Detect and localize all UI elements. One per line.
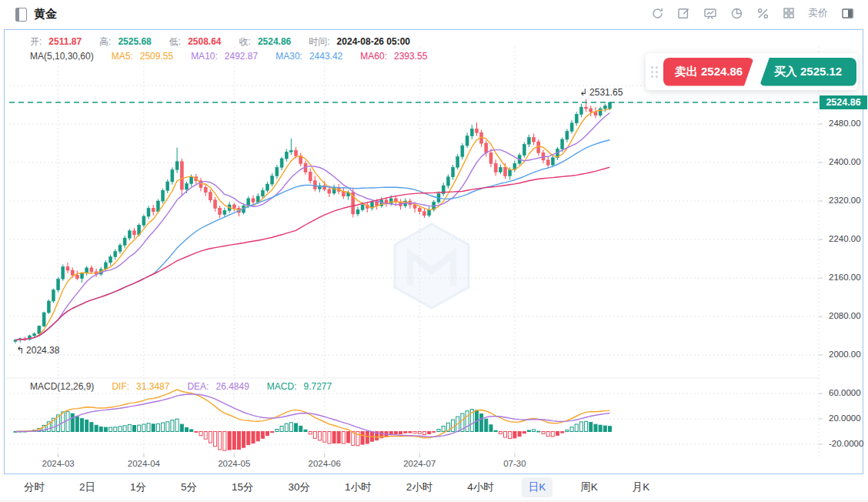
macd-bar: [252, 432, 255, 443]
macd-bar: [404, 432, 407, 433]
candle: [47, 301, 50, 313]
ma-title: MA(5,10,30,60): [30, 51, 94, 62]
candle: [527, 138, 530, 145]
candle: [423, 212, 426, 216]
tab-1hour[interactable]: 1小时: [338, 477, 379, 497]
macd-bar: [295, 423, 298, 432]
panel-toggle-icon[interactable]: [841, 7, 854, 20]
macd-bar: [185, 428, 189, 432]
macd-bar: [589, 423, 593, 432]
macd-bar: [537, 431, 540, 432]
macd-title: MACD(12,26,9): [30, 381, 94, 392]
candle: [328, 189, 331, 193]
tab-4hour[interactable]: 4小时: [460, 477, 501, 497]
candle: [418, 208, 421, 211]
pie-chart-icon[interactable]: [730, 7, 743, 20]
drag-handle[interactable]: [649, 63, 659, 80]
price-axis-label: 2320.00: [829, 196, 861, 205]
macd-bar: [556, 432, 559, 436]
tab-5min[interactable]: 5分: [174, 477, 204, 497]
time-axis-label: 2024-05: [218, 459, 250, 468]
macd-bar: [152, 424, 155, 432]
open-value: 2511.87: [48, 36, 82, 47]
interval-tab-bar: 分时2日1分5分15分30分1小时2小时4小时日K周K月K: [0, 474, 868, 501]
macd-value-label: MACD:: [267, 381, 297, 392]
macd-bar: [219, 432, 222, 450]
candle: [461, 146, 464, 156]
candle: [90, 268, 93, 272]
tab-1min[interactable]: 1分: [123, 477, 153, 497]
candle: [214, 200, 217, 209]
buy-button[interactable]: 买入 2525.12: [760, 58, 856, 86]
candle: [185, 184, 189, 190]
candle: [114, 252, 117, 257]
dea-value: 26.4849: [215, 381, 249, 392]
tab-15min[interactable]: 15分: [225, 477, 261, 497]
sell-button[interactable]: 卖出 2524.86: [663, 58, 754, 86]
sell-price-toggle[interactable]: 卖价: [808, 6, 828, 20]
macd-bar: [532, 430, 536, 432]
chart-board-icon[interactable]: [703, 7, 717, 20]
candle: [252, 199, 255, 202]
refresh-icon[interactable]: [651, 7, 664, 20]
time-value: 2024-08-26 05:00: [337, 36, 410, 47]
candle: [546, 160, 549, 165]
macd-bar: [366, 432, 369, 444]
macd-bar: [418, 432, 421, 434]
high-value: 2525.68: [118, 36, 151, 47]
macd-bar: [603, 426, 606, 431]
macd-bar: [575, 424, 578, 432]
macd-bar: [499, 432, 502, 434]
candle: [522, 144, 526, 155]
candle: [476, 129, 479, 132]
macd-bar: [223, 432, 226, 451]
macd-bar: [342, 432, 345, 444]
tab-2day[interactable]: 2日: [72, 477, 102, 497]
tab-30min[interactable]: 30分: [282, 477, 318, 497]
price-axis-label: 2480.00: [829, 119, 861, 128]
grid-layout-icon[interactable]: [783, 7, 795, 19]
macd-bar: [138, 425, 141, 431]
candle: [109, 257, 112, 263]
candle: [232, 205, 235, 208]
low-arrow-icon: ↰: [16, 345, 24, 356]
macd-bar: [527, 430, 530, 432]
macd-bar: [280, 427, 283, 432]
candle: [162, 190, 165, 201]
tab-time-share[interactable]: 分时: [17, 477, 52, 497]
macd-bar: [332, 432, 336, 443]
macd-bar: [504, 432, 507, 438]
tab-month-k[interactable]: 月K: [626, 477, 657, 497]
macd-bar: [204, 432, 207, 440]
draw-icon[interactable]: [677, 7, 690, 20]
high-label: 高:: [99, 35, 111, 49]
candle: [42, 313, 45, 326]
macd-bar: [289, 423, 292, 432]
tab-daily-k[interactable]: 日K: [522, 477, 553, 497]
candle: [489, 153, 492, 164]
candle: [166, 182, 169, 190]
candle: [470, 129, 473, 136]
ma60-value: 2393.55: [394, 51, 427, 62]
tab-2hour[interactable]: 2小时: [399, 477, 440, 497]
ma-info-bar: MA(5,10,30,60) MA5: 2509.55 MA10: 2492.8…: [30, 51, 427, 62]
macd-bar: [546, 432, 549, 437]
macd-bar: [147, 423, 150, 432]
macd-bar: [71, 413, 74, 431]
macd-bar: [337, 432, 340, 443]
candle: [280, 159, 283, 167]
percent-icon[interactable]: [756, 7, 770, 20]
candle: [551, 158, 554, 165]
macd-bar: [522, 432, 526, 433]
macd-bar: [85, 420, 88, 432]
time-axis-label: 07-30: [503, 459, 526, 468]
dif-label: DIF:: [112, 381, 129, 392]
candle: [171, 169, 174, 182]
candle: [289, 150, 292, 152]
candle: [575, 115, 578, 123]
macd-bar: [142, 424, 145, 432]
macd-bar: [442, 427, 445, 432]
tab-week-k[interactable]: 周K: [573, 477, 605, 497]
candle: [256, 196, 259, 202]
candlestick-chart[interactable]: [5, 30, 863, 474]
